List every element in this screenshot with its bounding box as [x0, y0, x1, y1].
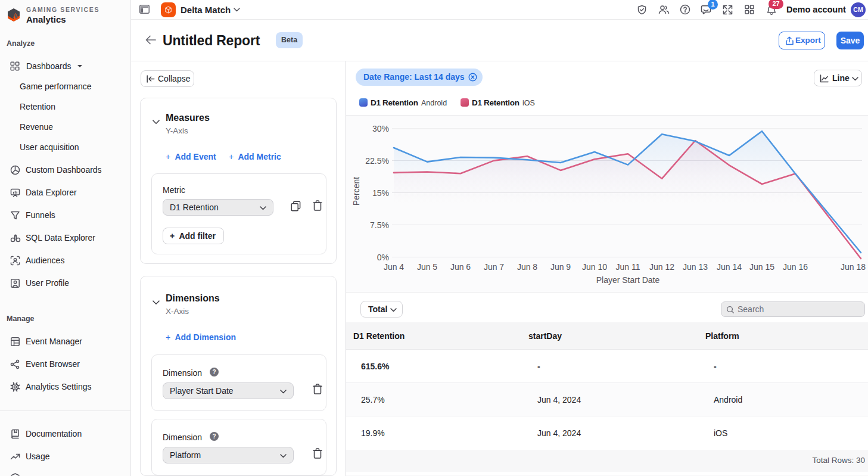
- svg-text:Jun 11: Jun 11: [616, 262, 640, 272]
- svg-text:Jun 6: Jun 6: [450, 262, 471, 272]
- svg-text:Jun 10: Jun 10: [582, 262, 607, 272]
- svg-text:7.5%: 7.5%: [370, 220, 389, 230]
- svg-text:Player Start Date: Player Start Date: [596, 275, 660, 285]
- svg-text:Jun 18: Jun 18: [841, 262, 866, 272]
- svg-text:Percent: Percent: [351, 177, 361, 206]
- svg-text:30%: 30%: [372, 124, 389, 133]
- svg-text:Jun 16: Jun 16: [783, 262, 808, 272]
- svg-text:Jun 8: Jun 8: [517, 262, 537, 272]
- svg-text:22.5%: 22.5%: [365, 156, 389, 166]
- svg-text:15%: 15%: [372, 188, 389, 198]
- svg-text:Jun 13: Jun 13: [683, 262, 708, 272]
- svg-text:Jun 14: Jun 14: [717, 262, 742, 272]
- svg-text:Jun 7: Jun 7: [484, 262, 504, 272]
- svg-text:Jun 12: Jun 12: [649, 262, 674, 272]
- svg-text:Jun 5: Jun 5: [417, 262, 437, 272]
- svg-text:0%: 0%: [377, 253, 389, 262]
- svg-text:Jun 15: Jun 15: [749, 262, 774, 272]
- svg-text:Jun 9: Jun 9: [550, 262, 571, 272]
- svg-text:Jun 4: Jun 4: [384, 262, 404, 272]
